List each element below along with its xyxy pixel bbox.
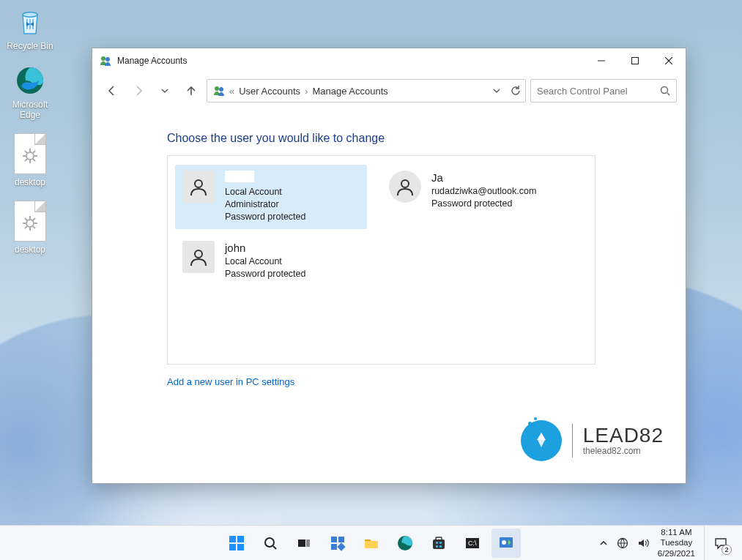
search-icon[interactable]	[660, 86, 670, 96]
start-button[interactable]	[222, 529, 251, 558]
svg-point-28	[661, 87, 668, 94]
account-email: rudadziwka@outlook.com	[431, 185, 536, 198]
svg-rect-34	[237, 536, 244, 542]
edge-icon	[14, 64, 46, 97]
volume-icon[interactable]	[637, 537, 649, 549]
widgets-icon	[330, 535, 346, 551]
refresh-icon[interactable]	[511, 86, 521, 96]
svg-point-21	[105, 57, 110, 61]
search-input[interactable]	[537, 86, 660, 97]
taskbar[interactable]: C:\ 8:11 AM Tuesday 6/29/2021 2	[0, 525, 742, 560]
desktop-icon-file-2[interactable]: desktop	[4, 201, 56, 255]
search-icon	[263, 536, 278, 550]
svg-line-29	[667, 93, 669, 95]
breadcrumb-chevron-icon[interactable]: ›	[305, 86, 308, 97]
minimize-button[interactable]	[585, 48, 618, 73]
taskbar-explorer[interactable]	[357, 529, 386, 558]
svg-rect-43	[331, 544, 337, 550]
nav-back-button[interactable]	[101, 80, 123, 102]
svg-rect-33	[229, 536, 236, 542]
account-card[interactable]: Local Account Administrator Password pro…	[175, 165, 367, 229]
desktop-icon-file-1[interactable]: desktop	[4, 133, 56, 187]
svg-line-19	[33, 218, 35, 220]
chevron-down-icon[interactable]	[493, 87, 500, 94]
account-card[interactable]: john Local Account Password protected	[175, 235, 367, 286]
accounts-list: Local Account Administrator Password pro…	[167, 155, 596, 365]
ini-file-icon	[14, 133, 46, 174]
maximize-button[interactable]	[618, 48, 652, 73]
svg-line-7	[25, 151, 27, 153]
taskbar-clock[interactable]: 8:11 AM Tuesday 6/29/2021	[658, 527, 695, 559]
svg-point-27	[219, 87, 223, 92]
user-accounts-icon	[100, 55, 111, 67]
svg-line-16	[25, 218, 27, 220]
ini-file-icon	[14, 201, 46, 242]
nav-forward-button[interactable]	[127, 80, 149, 102]
chevron-down-icon	[161, 87, 168, 94]
desktop-icon-recycle-bin[interactable]: Recycle Bin	[4, 6, 56, 51]
svg-rect-42	[338, 537, 344, 542]
desktop-icon-label: Microsoft Edge	[12, 100, 48, 120]
search-bar[interactable]	[530, 79, 677, 102]
account-type: Local Account	[225, 255, 305, 268]
recycle-bin-icon	[14, 6, 46, 38]
person-icon	[395, 176, 415, 197]
desktop-icon-label: desktop	[15, 244, 45, 255]
close-button[interactable]	[652, 48, 686, 73]
address-bar[interactable]: « User Accounts › Manage Accounts	[207, 79, 526, 102]
account-password-status: Password protected	[225, 211, 305, 223]
svg-line-17	[33, 226, 35, 228]
notification-badge: 2	[721, 545, 732, 555]
account-password-status: Password protected	[225, 268, 305, 280]
edge-icon	[397, 535, 413, 551]
taskbar-search[interactable]	[256, 529, 285, 558]
svg-point-26	[215, 86, 219, 91]
nav-up-button[interactable]	[180, 80, 202, 102]
avatar	[389, 171, 421, 203]
avatar	[182, 171, 215, 203]
svg-rect-51	[439, 545, 442, 548]
taskbar-control-panel[interactable]	[491, 529, 521, 558]
watermark: LEAD82 thelead82.com	[521, 420, 664, 461]
account-card[interactable]: Ja rudadziwka@outlook.com Password prote…	[382, 165, 574, 229]
svg-point-0	[23, 12, 37, 17]
taskbar-store[interactable]	[424, 529, 453, 558]
divider	[572, 424, 573, 458]
toolbar: « User Accounts › Manage Accounts	[92, 73, 686, 108]
svg-point-11	[26, 220, 34, 227]
breadcrumb-item-2[interactable]: Manage Accounts	[312, 86, 387, 97]
taskbar-taskview[interactable]	[289, 529, 319, 558]
svg-rect-23	[632, 58, 639, 64]
network-icon[interactable]	[617, 537, 628, 549]
svg-point-20	[101, 56, 105, 61]
taskbar-widgets[interactable]	[323, 529, 352, 558]
svg-rect-46	[433, 540, 445, 549]
titlebar[interactable]: Manage Accounts	[92, 48, 686, 73]
arrow-right-icon	[133, 85, 144, 97]
minimize-icon	[598, 57, 605, 64]
tray-overflow-icon[interactable]	[599, 539, 608, 548]
clock-day: Tuesday	[658, 537, 695, 548]
avatar	[182, 241, 215, 273]
account-type: Local Account	[225, 186, 305, 198]
taskbar-edge[interactable]	[390, 529, 420, 558]
svg-line-18	[25, 226, 27, 228]
svg-rect-36	[237, 544, 244, 550]
desktop-icon-edge[interactable]: Microsoft Edge	[4, 64, 56, 120]
svg-rect-47	[436, 537, 442, 540]
desktop-icon-label: Recycle Bin	[7, 41, 53, 51]
svg-rect-39	[298, 540, 305, 547]
svg-line-9	[25, 159, 27, 161]
nav-recent-button[interactable]	[154, 80, 176, 102]
svg-line-10	[33, 151, 35, 153]
svg-rect-44	[337, 542, 345, 550]
svg-text:C:\: C:\	[468, 540, 477, 547]
svg-point-37	[265, 538, 274, 547]
notification-center[interactable]: 2	[704, 526, 736, 561]
svg-line-38	[273, 546, 276, 549]
control-panel-icon	[498, 535, 514, 551]
account-name: Ja	[431, 171, 536, 185]
taskbar-terminal[interactable]: C:\	[458, 529, 487, 558]
add-user-link[interactable]: Add a new user in PC settings	[167, 376, 294, 387]
breadcrumb-item-1[interactable]: User Accounts	[239, 86, 300, 97]
